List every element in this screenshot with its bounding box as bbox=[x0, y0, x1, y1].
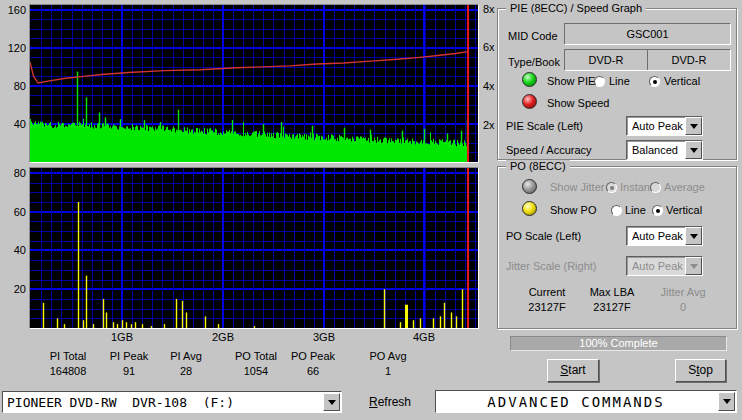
po-group: PO (8ECC) Show Jitter Instant Average Sh… bbox=[497, 166, 737, 329]
jitter-avg-value: 0 bbox=[648, 301, 718, 313]
po-scale-combobox[interactable]: Auto Peak bbox=[626, 226, 703, 246]
po-plot bbox=[29, 167, 479, 329]
show-pie-label: Show PIE bbox=[547, 75, 595, 87]
jitter-average-label: Average bbox=[664, 181, 705, 193]
dropdown-arrow-icon[interactable] bbox=[718, 392, 735, 411]
current-value: 23127F bbox=[512, 301, 582, 313]
current-label: Current bbox=[512, 286, 582, 298]
x-axis-tick: 1GB bbox=[105, 331, 139, 343]
advanced-commands-combobox[interactable]: ADVANCED COMMANDS bbox=[435, 390, 737, 413]
stat-po-avg: PO Avg 1 bbox=[353, 350, 423, 377]
jitter-avg-label: Jitter Avg bbox=[648, 286, 718, 298]
pie-line-radio[interactable] bbox=[594, 76, 605, 87]
show-jitter-led-button bbox=[522, 179, 537, 194]
type-value: DVD-R bbox=[565, 50, 648, 70]
drive-name: PIONEER DVD-RW DVR-108 (F:) bbox=[7, 395, 234, 410]
stat-value: 164808 bbox=[33, 365, 103, 377]
show-jitter-label: Show Jitter bbox=[550, 181, 604, 193]
progress-text: 100% Complete bbox=[579, 337, 657, 349]
dropdown-arrow-icon[interactable] bbox=[685, 117, 702, 135]
scan-progress-bar: 100% Complete bbox=[510, 336, 727, 351]
pie-axis-tick: 160 bbox=[0, 4, 26, 16]
x-axis-tick: 4GB bbox=[407, 331, 441, 343]
pie-vertical-radio[interactable] bbox=[649, 76, 660, 87]
pie-speed-canvas bbox=[30, 5, 478, 162]
jitter-scale-combobox: Auto Peak bbox=[626, 256, 703, 276]
stat-value: 66 bbox=[278, 365, 348, 377]
advanced-commands-value: ADVANCED COMMANDS bbox=[436, 394, 716, 410]
mid-code-label: MID Code bbox=[508, 30, 558, 42]
mid-code-field: GSC001 bbox=[564, 23, 731, 45]
disc-quality-window: 160 120 80 40 8x 6x 4x 2x 80 60 40 20 1G… bbox=[0, 0, 742, 420]
jitter-average-radio bbox=[650, 182, 661, 193]
stop-button-text: S bbox=[688, 363, 696, 377]
po-axis-tick: 60 bbox=[0, 206, 26, 218]
jitter-scale-label: Jitter Scale (Right) bbox=[506, 260, 596, 272]
show-speed-label: Show Speed bbox=[547, 97, 609, 109]
jitter-scale-value: Auto Peak bbox=[632, 260, 683, 272]
refresh-button[interactable]: Refresh bbox=[369, 395, 411, 409]
stop-button[interactable]: Stop bbox=[675, 359, 726, 382]
stat-label: PI Total bbox=[33, 350, 103, 362]
start-button-text: tart bbox=[568, 363, 585, 377]
pie-line-label[interactable]: Line bbox=[609, 75, 630, 87]
jitter-instant-label: Instant bbox=[620, 181, 653, 193]
show-po-label: Show PO bbox=[550, 204, 596, 216]
show-pie-led-button[interactable] bbox=[522, 72, 537, 87]
stat-value: 28 bbox=[151, 365, 221, 377]
stat-label: PI Avg bbox=[151, 350, 221, 362]
pie-scale-label: PIE Scale (Left) bbox=[506, 120, 583, 132]
dropdown-arrow-icon bbox=[685, 257, 702, 275]
stat-pi-avg: PI Avg 28 bbox=[151, 350, 221, 377]
po-scale-value: Auto Peak bbox=[632, 230, 683, 242]
po-vertical-radio[interactable] bbox=[652, 205, 663, 216]
dropdown-arrow-icon[interactable] bbox=[323, 393, 340, 411]
speed-accuracy-combobox[interactable]: Balanced bbox=[626, 140, 703, 160]
pie-group-title: PIE (8ECC) / Speed Graph bbox=[506, 2, 646, 14]
dropdown-arrow-icon[interactable] bbox=[685, 141, 702, 159]
stop-button-text: op bbox=[700, 363, 713, 377]
pie-group: PIE (8ECC) / Speed Graph MID Code GSC001… bbox=[497, 8, 737, 160]
po-line-radio[interactable] bbox=[611, 205, 622, 216]
pie-axis-tick: 120 bbox=[0, 42, 26, 54]
pie-speed-plot bbox=[29, 4, 479, 163]
po-line-label[interactable]: Line bbox=[625, 204, 646, 216]
po-axis-tick: 40 bbox=[0, 244, 26, 256]
show-po-led-button[interactable] bbox=[522, 201, 537, 216]
drive-select-combobox[interactable]: PIONEER DVD-RW DVR-108 (F:) bbox=[2, 391, 342, 413]
po-axis-tick: 80 bbox=[0, 167, 26, 179]
po-group-title: PO (8ECC) bbox=[506, 160, 570, 172]
stat-value: 1 bbox=[353, 365, 423, 377]
po-canvas bbox=[30, 168, 478, 328]
pie-axis-tick: 40 bbox=[0, 118, 26, 130]
start-button[interactable]: Start bbox=[547, 359, 599, 382]
po-axis-tick: 20 bbox=[0, 283, 26, 295]
x-axis-tick: 2GB bbox=[206, 331, 240, 343]
max-lba-label: Max LBA bbox=[577, 286, 647, 298]
pie-vertical-label[interactable]: Vertical bbox=[664, 75, 700, 87]
pie-scale-combobox[interactable]: Auto Peak bbox=[626, 116, 703, 136]
pie-scale-value: Auto Peak bbox=[632, 120, 683, 132]
type-book-field: DVD-R DVD-R bbox=[564, 49, 731, 71]
mid-code-value: GSC001 bbox=[565, 24, 730, 44]
po-scale-label: PO Scale (Left) bbox=[506, 230, 581, 242]
book-value: DVD-R bbox=[648, 50, 730, 70]
stat-label: PO Peak bbox=[278, 350, 348, 362]
refresh-button-mnemonic: R bbox=[369, 395, 378, 409]
refresh-button-text: efresh bbox=[378, 395, 411, 409]
max-lba-value: 23127F bbox=[577, 301, 647, 313]
show-speed-led-button[interactable] bbox=[522, 94, 537, 109]
stat-pi-total: PI Total 164808 bbox=[33, 350, 103, 377]
x-axis-tick: 3GB bbox=[307, 331, 341, 343]
speed-accuracy-label: Speed / Accuracy bbox=[506, 144, 592, 156]
stat-label: PO Avg bbox=[353, 350, 423, 362]
dropdown-arrow-icon[interactable] bbox=[685, 227, 702, 245]
pie-axis-tick: 80 bbox=[0, 80, 26, 92]
stat-po-peak: PO Peak 66 bbox=[278, 350, 348, 377]
speed-accuracy-value: Balanced bbox=[632, 144, 678, 156]
type-book-label: Type/Book bbox=[508, 56, 560, 68]
jitter-instant-radio bbox=[606, 182, 617, 193]
po-vertical-label[interactable]: Vertical bbox=[666, 204, 702, 216]
